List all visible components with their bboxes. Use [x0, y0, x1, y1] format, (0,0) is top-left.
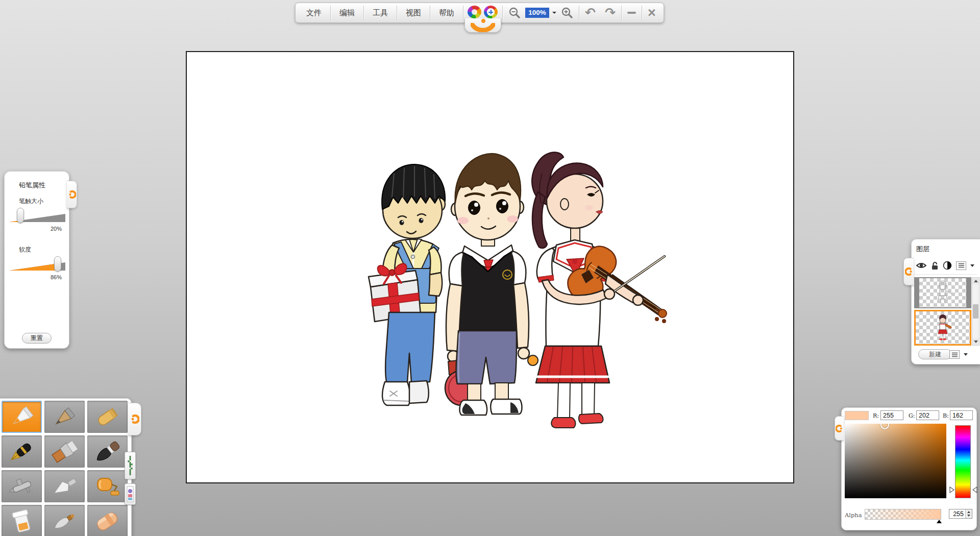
bamboo-stamp-button[interactable] [125, 452, 136, 479]
brush-grid [2, 401, 128, 536]
softness-handle[interactable] [54, 256, 61, 272]
hue-slider[interactable] [955, 425, 971, 498]
layer-thumb-sketch [933, 280, 953, 306]
green-input[interactable] [916, 410, 939, 420]
layer-menu-button[interactable] [956, 261, 966, 270]
minimize-button[interactable] [623, 3, 641, 22]
menu-help[interactable]: 帮助 [431, 3, 462, 22]
undo-icon: ↶ [585, 3, 596, 22]
menu-file[interactable]: 文件 [299, 3, 329, 22]
zoom-dropdown-arrow[interactable] [552, 12, 556, 16]
new-layer-button[interactable]: 新建 [918, 349, 952, 359]
mascot-smile [471, 23, 495, 32]
zoom-level-display[interactable]: 100% [525, 8, 549, 18]
sticker-stamp-button[interactable] [125, 483, 136, 505]
pencil-icon [6, 404, 38, 430]
brush-tool-liner-knife[interactable] [44, 505, 85, 536]
brush-tool-crayon[interactable] [87, 401, 128, 433]
sticker-icon [127, 486, 134, 502]
scrollbar-thumb[interactable] [973, 304, 978, 319]
ink-brush-icon [91, 438, 124, 465]
alpha-value: 255 [949, 509, 965, 518]
brush-tool-airbrush[interactable] [2, 470, 42, 502]
boy-with-paddle [445, 154, 538, 415]
contrast-icon[interactable] [943, 261, 952, 270]
alpha-spin-down[interactable] [966, 514, 972, 519]
layer-row-girl[interactable] [914, 310, 971, 346]
layer-row-sketch[interactable] [914, 277, 971, 308]
softness-label: 软度 [19, 246, 31, 254]
mascot-right-eye-icon[interactable] [484, 6, 498, 18]
paint-jar-icon [6, 508, 38, 534]
menu-tools[interactable]: 工具 [365, 3, 396, 22]
hue-arrow-left[interactable] [949, 486, 954, 493]
palette-knife-icon [48, 473, 81, 500]
pencil-panel-collapse-tab[interactable] [67, 181, 77, 208]
mascot-left-eye-icon[interactable] [468, 6, 481, 18]
unlock-icon[interactable] [931, 261, 939, 270]
visibility-eye-icon[interactable] [916, 261, 927, 270]
girl-with-violin [532, 152, 667, 428]
mascot-chin [464, 18, 501, 33]
brush-tool-paint-roller[interactable] [87, 470, 128, 502]
menu-view[interactable]: 视图 [398, 3, 429, 22]
brush-tool-flat-brush[interactable] [44, 435, 85, 468]
drawing-canvas[interactable] [186, 51, 794, 483]
layers-bottom-menu [949, 350, 968, 359]
close-button[interactable]: × [643, 3, 660, 22]
flat-brush-icon [48, 438, 81, 465]
layers-options-button[interactable] [949, 350, 960, 359]
saturation-value-picker[interactable] [845, 424, 946, 498]
layers-panel-title: 图层 [916, 245, 929, 254]
red-input[interactable] [880, 410, 903, 420]
alpha-slider[interactable] [865, 509, 941, 520]
redo-icon: ↷ [605, 3, 616, 22]
brush-tool-fountain-pen[interactable] [2, 435, 42, 468]
toolbar-separator [363, 6, 364, 20]
orange-crescent-icon [68, 190, 76, 199]
zoom-out-button[interactable] [504, 3, 525, 22]
pencil-panel-title: 铅笔属性 [19, 181, 45, 190]
scroll-down-button[interactable] [972, 338, 979, 345]
sv-cursor[interactable] [880, 424, 889, 429]
color-panel-collapse-tab[interactable] [835, 416, 844, 441]
scroll-up-button[interactable] [972, 278, 979, 284]
brush-tool-eraser[interactable] [87, 505, 128, 536]
brush-size-slider[interactable] [9, 207, 65, 224]
boy-with-gift [369, 164, 445, 405]
hue-arrow-right[interactable] [972, 486, 977, 493]
undo-button[interactable]: ↶ [580, 3, 600, 22]
redo-button[interactable]: ↷ [600, 3, 620, 22]
layers-panel-collapse-tab[interactable] [903, 258, 914, 285]
brush-size-label: 笔触大小 [19, 197, 43, 206]
layer-list [914, 277, 971, 346]
toolbar-separator [642, 6, 642, 20]
brush-tool-ink-brush[interactable] [87, 435, 128, 468]
main-toolbar: 文件 编辑 工具 视图 帮助 100% [295, 3, 664, 23]
layers-panel: 图层 [911, 239, 980, 364]
alpha-value-box[interactable]: 255 [949, 509, 972, 519]
alpha-label: Alpha [845, 511, 862, 519]
layers-options-arrow[interactable] [964, 353, 968, 358]
orange-crescent-icon [836, 425, 843, 432]
layer-scrollbar[interactable] [972, 277, 979, 346]
color-picker-panel: R: G: B: Alpha 255 [841, 407, 977, 530]
layer-menu-arrow[interactable] [970, 264, 974, 269]
alpha-spin-up[interactable] [966, 509, 972, 514]
blue-input[interactable] [950, 410, 973, 420]
brush-tool-paint-jar[interactable] [2, 505, 42, 536]
reset-button[interactable]: 重置 [22, 333, 52, 344]
close-icon: × [648, 4, 656, 22]
softness-slider[interactable] [9, 256, 65, 272]
brush-tool-sharp-pencil[interactable] [44, 401, 85, 433]
current-color-swatch [845, 411, 869, 420]
zoom-in-button[interactable] [556, 3, 578, 22]
alpha-marker[interactable] [937, 517, 942, 523]
toolbar-separator [430, 6, 430, 20]
menu-edit[interactable]: 编辑 [332, 3, 362, 22]
brush-size-handle[interactable] [17, 208, 24, 223]
brush-tool-pencil[interactable] [2, 401, 42, 433]
brush-tool-palette-knife[interactable] [44, 470, 85, 502]
palette-collapse-tab[interactable] [128, 403, 141, 435]
airbrush-icon [6, 473, 38, 500]
